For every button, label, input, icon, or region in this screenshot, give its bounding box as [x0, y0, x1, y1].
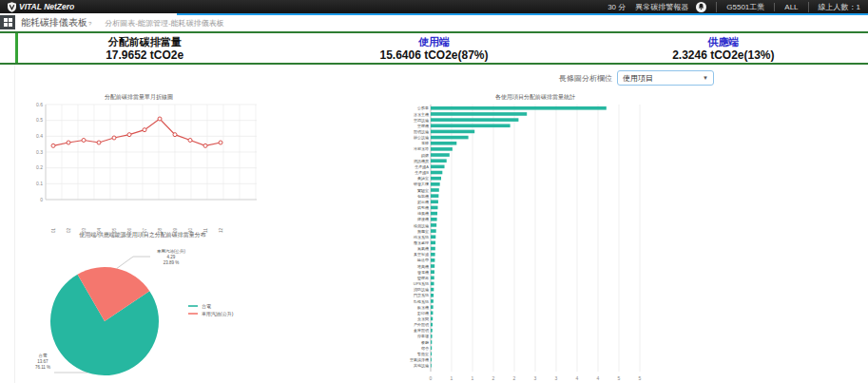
svg-text:空壓機: 空壓機 [417, 124, 429, 128]
svg-text:檢測設備: 檢測設備 [414, 223, 429, 229]
svg-text:3: 3 [534, 375, 537, 381]
svg-text:影印機: 影印機 [417, 311, 429, 316]
page-header: 能耗碳排儀表板 ? 分析圖表-能源管理-能耗碳排儀表板 [21, 16, 224, 29]
filter-label: 長條圖分析欄位 [559, 73, 612, 84]
svg-text:生產線A: 生產線A [415, 164, 429, 169]
svg-text:變壓器: 變壓器 [417, 276, 429, 281]
usage-items-bar-chart: 各使用項目分配前碳排當量統計01122334455公務車冰水主機空調設備空壓機照… [397, 90, 665, 383]
svg-text:輸送帶: 輸送帶 [417, 258, 429, 262]
svg-text:真空幫浦: 真空幫浦 [414, 252, 429, 257]
svg-text:0.1: 0.1 [36, 181, 43, 186]
svg-text:台電: 台電 [202, 303, 211, 309]
svg-text:0.6: 0.6 [36, 102, 43, 107]
svg-text:1: 1 [451, 375, 453, 381]
svg-text:射出機: 射出機 [417, 200, 429, 204]
metrics-panel: 分配前碳排當量 17.9652 tCO2e 使用端 15.6406 tCO2e(… [0, 31, 868, 65]
svg-text:車用汽油(公升): 車用汽油(公升) [157, 249, 185, 254]
svg-text:宿舍: 宿舍 [421, 346, 429, 351]
svg-text:焊接機: 焊接機 [417, 217, 429, 221]
side-rail: ? [0, 15, 15, 383]
svg-text:茶水間: 茶水間 [417, 316, 429, 321]
svg-text:消防設備: 消防設備 [414, 287, 429, 293]
svg-text:4: 4 [576, 375, 579, 381]
svg-text:0: 0 [430, 375, 433, 381]
svg-text:0.4: 0.4 [36, 133, 43, 139]
page-title: 能耗碳排儀表板 [21, 16, 87, 29]
bar-field-select[interactable]: 使用項目 ▼ [617, 70, 714, 86]
svg-text:空氣清淨機: 空氣清淨機 [410, 357, 429, 362]
svg-text:台電: 台電 [39, 354, 48, 358]
svg-text:發電機: 發電機 [417, 270, 429, 275]
svg-text:廢水處理: 廢水處理 [414, 240, 429, 245]
svg-text:會議室: 會議室 [417, 176, 429, 182]
svg-text:生產線B: 生產線B [415, 170, 429, 175]
svg-text:冰水主機: 冰水主機 [414, 112, 429, 117]
site-menu[interactable]: G5501工業 [716, 2, 764, 12]
apps-grid-icon[interactable] [0, 15, 15, 29]
svg-text:純水系統: 純水系統 [413, 235, 429, 240]
svg-text:照明設備: 照明設備 [414, 129, 429, 135]
shield-icon [8, 2, 16, 12]
svg-text:分配前碳排當量單月折線圖: 分配前碳排當量單月折線圖 [105, 93, 173, 101]
svg-text:76.11 %: 76.11 % [35, 365, 50, 370]
svg-text:使用端/供應端能源使用項目之分配前碳排當量分布: 使用端/供應端能源使用項目之分配前碳排當量分布 [79, 231, 206, 239]
metric-value: 17.9652 tCO2e [0, 48, 289, 63]
scope-menu[interactable]: ALL [774, 3, 798, 11]
svg-text:2: 2 [492, 375, 495, 381]
svg-text:烘乾機: 烘乾機 [417, 205, 429, 210]
logo-text: VITAL NetZero [19, 2, 74, 11]
svg-text:5: 5 [618, 375, 621, 381]
metric-label: 使用端 [289, 35, 578, 48]
metric-value: 2.3246 tCO2e(13%) [579, 48, 868, 63]
select-value: 使用項目 [623, 73, 653, 84]
svg-text:1: 1 [472, 375, 474, 381]
svg-text:堆高機: 堆高機 [416, 264, 429, 269]
metric-pre-allocation: 分配前碳排當量 17.9652 tCO2e [0, 33, 289, 63]
svg-text:停車場: 停車場 [417, 334, 429, 339]
accent-line [177, 13, 868, 15]
svg-text:門禁系統: 門禁系統 [414, 293, 429, 298]
metric-usage-side: 使用端 15.6406 tCO2e(87%) [289, 33, 578, 63]
svg-text:車用汽油(公升): 車用汽油(公升) [202, 311, 234, 317]
svg-text:氮氣機: 氮氣機 [417, 246, 429, 251]
bar-chart-svg: 各使用項目分配前碳排當量統計01122334455公務車冰水主機空調設備空壓機照… [397, 90, 665, 383]
alert-toggle[interactable]: 異常碳排警報器 [635, 2, 688, 12]
svg-text:0.5: 0.5 [36, 117, 43, 123]
svg-text:抽風機: 抽風機 [416, 211, 429, 216]
svg-text:資訊機房: 資訊機房 [414, 159, 429, 164]
svg-text:冷卻水塔: 冷卻水塔 [414, 146, 429, 151]
bell-icon[interactable] [696, 2, 706, 12]
metric-supply-side: 供應端 2.3246 tCO2e(13%) [579, 33, 868, 63]
refresh-interval[interactable]: 30 分 [608, 2, 626, 12]
svg-text:辦公設備: 辦公設備 [414, 135, 429, 141]
svg-text:0: 0 [40, 197, 43, 202]
svg-text:鍋爐: 鍋爐 [421, 153, 429, 158]
svg-text:倉庫照明: 倉庫照明 [414, 328, 429, 334]
svg-text:各使用項目分配前碳排當量統計: 各使用項目分配前碳排當量統計 [495, 93, 575, 101]
top-bar: VITAL NetZero 30 分 異常碳排警報器 G5501工業 ALL 線… [0, 0, 868, 13]
svg-text:空調設備: 空調設備 [414, 118, 429, 124]
energy-share-pie-chart: 使用端/供應端能源使用項目之分配前碳排當量分布車用汽油(公升)4.2923.89… [19, 228, 287, 383]
svg-text:警衛室: 警衛室 [417, 352, 429, 357]
svg-text:3: 3 [555, 375, 558, 381]
svg-text:其他設備: 其他設備 [414, 363, 429, 369]
svg-text:4: 4 [597, 375, 600, 381]
app-logo: VITAL NetZero [8, 2, 74, 12]
breadcrumb: 分析圖表-能源管理-能耗碳排儀表板 [105, 18, 223, 29]
svg-text:研發大樓: 研發大樓 [414, 182, 429, 186]
svg-text:戶外照明: 戶外照明 [414, 322, 429, 327]
metric-label: 供應端 [579, 35, 868, 48]
svg-text:電梯: 電梯 [421, 141, 429, 145]
svg-text:UPS系統: UPS系統 [414, 281, 429, 287]
svg-text:實驗室: 實驗室 [417, 188, 429, 193]
svg-text:13.67: 13.67 [37, 359, 48, 364]
svg-text:飲水機: 飲水機 [417, 305, 429, 310]
title-help-icon[interactable]: ? [88, 21, 91, 27]
svg-text:4.29: 4.29 [167, 255, 176, 259]
monthly-line-chart: 分配前碳排當量單月折線圖00.10.20.30.40.50.6202101202… [17, 90, 266, 237]
svg-text:無塵室: 無塵室 [417, 229, 429, 234]
svg-text:餐廳: 餐廳 [421, 340, 429, 345]
svg-text:監視系統: 監視系統 [414, 299, 429, 305]
chevron-down-icon: ▼ [703, 75, 708, 81]
bar-field-filter: 長條圖分析欄位 使用項目 ▼ [559, 70, 714, 86]
